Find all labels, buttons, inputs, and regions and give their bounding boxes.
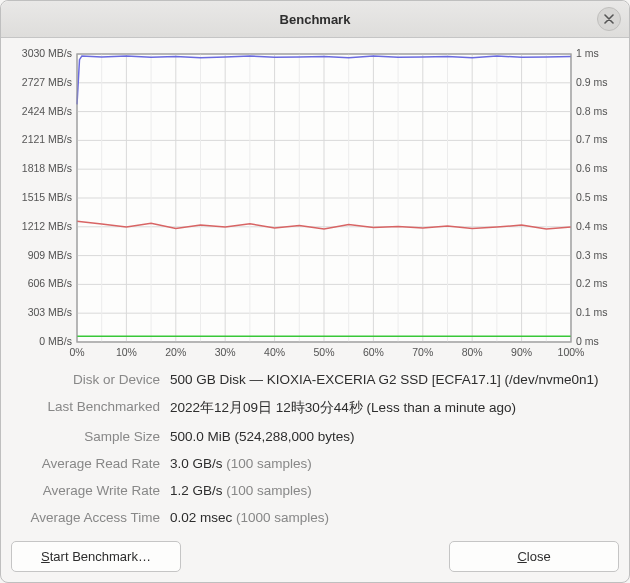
value-read-rate: 3.0 GB/s (100 samples) bbox=[170, 456, 615, 471]
svg-text:0.3 ms: 0.3 ms bbox=[576, 249, 608, 261]
svg-text:70%: 70% bbox=[412, 346, 433, 358]
svg-text:0 MB/s: 0 MB/s bbox=[39, 335, 72, 347]
svg-text:90%: 90% bbox=[511, 346, 532, 358]
label-disk: Disk or Device bbox=[15, 372, 160, 387]
info-grid: Disk or Device 500 GB Disk — KIOXIA-EXCE… bbox=[15, 372, 615, 525]
label-last-benchmarked: Last Benchmarked bbox=[15, 399, 160, 417]
svg-text:20%: 20% bbox=[165, 346, 186, 358]
svg-text:0.5 ms: 0.5 ms bbox=[576, 191, 608, 203]
svg-text:80%: 80% bbox=[462, 346, 483, 358]
content-area: 0 MB/s0 ms303 MB/s0.1 ms606 MB/s0.2 ms90… bbox=[1, 38, 629, 535]
svg-text:0.2 ms: 0.2 ms bbox=[576, 277, 608, 289]
value-disk: 500 GB Disk — KIOXIA-EXCERIA G2 SSD [ECF… bbox=[170, 372, 615, 387]
svg-text:1515 MB/s: 1515 MB/s bbox=[22, 191, 72, 203]
value-write-rate: 1.2 GB/s (100 samples) bbox=[170, 483, 615, 498]
svg-text:30%: 30% bbox=[215, 346, 236, 358]
value-write-rate-main: 1.2 GB/s bbox=[170, 483, 223, 498]
value-read-rate-detail: (100 samples) bbox=[226, 456, 312, 471]
svg-text:303 MB/s: 303 MB/s bbox=[28, 306, 72, 318]
svg-text:0.9 ms: 0.9 ms bbox=[576, 76, 608, 88]
label-read-rate: Average Read Rate bbox=[15, 456, 160, 471]
value-read-rate-main: 3.0 GB/s bbox=[170, 456, 223, 471]
benchmark-chart: 0 MB/s0 ms303 MB/s0.1 ms606 MB/s0.2 ms90… bbox=[15, 48, 615, 362]
value-access-time: 0.02 msec (1000 samples) bbox=[170, 510, 615, 525]
svg-text:606 MB/s: 606 MB/s bbox=[28, 277, 72, 289]
window-close-button[interactable] bbox=[597, 7, 621, 31]
svg-text:0.8 ms: 0.8 ms bbox=[576, 105, 608, 117]
value-access-time-main: 0.02 msec bbox=[170, 510, 232, 525]
value-write-rate-detail: (100 samples) bbox=[226, 483, 312, 498]
label-sample-size: Sample Size bbox=[15, 429, 160, 444]
svg-text:100%: 100% bbox=[558, 346, 585, 358]
value-access-time-detail: (1000 samples) bbox=[236, 510, 329, 525]
svg-text:0.1 ms: 0.1 ms bbox=[576, 306, 608, 318]
value-last-benchmarked: 2022年12月09日 12時30分44秒 (Less than a minut… bbox=[170, 399, 615, 417]
close-button[interactable]: Close bbox=[449, 541, 619, 572]
value-sample-size: 500.0 MiB (524,288,000 bytes) bbox=[170, 429, 615, 444]
start-benchmark-button[interactable]: Start Benchmark… bbox=[11, 541, 181, 572]
svg-text:1 ms: 1 ms bbox=[576, 48, 599, 59]
svg-text:2727 MB/s: 2727 MB/s bbox=[22, 76, 72, 88]
titlebar: Benchmark bbox=[1, 1, 629, 38]
svg-text:0%: 0% bbox=[69, 346, 84, 358]
svg-text:1212 MB/s: 1212 MB/s bbox=[22, 220, 72, 232]
svg-text:60%: 60% bbox=[363, 346, 384, 358]
svg-text:2424 MB/s: 2424 MB/s bbox=[22, 105, 72, 117]
window-title: Benchmark bbox=[280, 12, 351, 27]
svg-text:10%: 10% bbox=[116, 346, 137, 358]
label-access-time: Average Access Time bbox=[15, 510, 160, 525]
svg-text:0.4 ms: 0.4 ms bbox=[576, 220, 608, 232]
dialog-footer: Start Benchmark… Close bbox=[1, 535, 629, 582]
svg-text:0.7 ms: 0.7 ms bbox=[576, 133, 608, 145]
svg-text:0.6 ms: 0.6 ms bbox=[576, 162, 608, 174]
label-write-rate: Average Write Rate bbox=[15, 483, 160, 498]
svg-text:3030 MB/s: 3030 MB/s bbox=[22, 48, 72, 59]
benchmark-dialog: Benchmark 0 MB/s0 ms303 MB/s0.1 ms606 MB… bbox=[0, 0, 630, 583]
svg-text:2121 MB/s: 2121 MB/s bbox=[22, 133, 72, 145]
svg-text:909 MB/s: 909 MB/s bbox=[28, 249, 72, 261]
svg-text:1818 MB/s: 1818 MB/s bbox=[22, 162, 72, 174]
svg-text:50%: 50% bbox=[313, 346, 334, 358]
close-icon bbox=[604, 14, 614, 24]
svg-text:40%: 40% bbox=[264, 346, 285, 358]
